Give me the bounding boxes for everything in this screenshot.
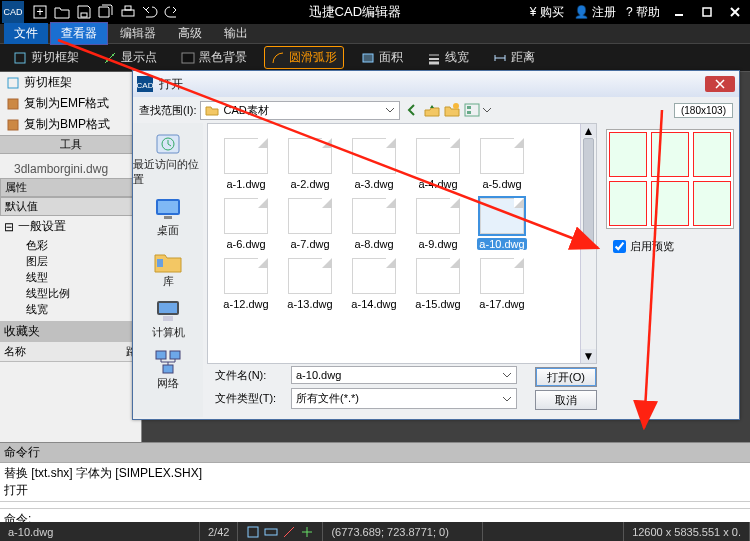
svg-rect-33: [157, 259, 163, 267]
scroll-thumb[interactable]: [583, 138, 594, 248]
model-item[interactable]: 3dlamborgini.dwg: [0, 160, 141, 178]
view-menu-icon[interactable]: [464, 102, 492, 118]
file-item[interactable]: a-6.dwg: [215, 198, 277, 250]
file-item[interactable]: a-1.dwg: [215, 138, 277, 190]
filetype-combo[interactable]: 所有文件(*.*): [291, 388, 517, 409]
file-item[interactable]: a-8.dwg: [343, 198, 405, 250]
tool-show-points[interactable]: 显示点: [96, 46, 164, 69]
place-network[interactable]: 网络: [153, 348, 183, 391]
prop-linetype[interactable]: 线型: [0, 269, 141, 285]
svg-rect-42: [248, 527, 258, 537]
tool-distance[interactable]: 距离: [486, 46, 542, 69]
dialog-close-button[interactable]: [705, 76, 735, 92]
place-desktop[interactable]: 桌面: [153, 195, 183, 238]
redo-icon[interactable]: [164, 4, 180, 20]
print-icon[interactable]: [120, 4, 136, 20]
scroll-down-icon[interactable]: ▼: [581, 349, 596, 363]
svg-rect-7: [15, 53, 25, 63]
preview-dimensions: (180x103): [674, 103, 733, 118]
quick-access-toolbar: +: [32, 4, 180, 20]
file-item[interactable]: a-14.dwg: [343, 258, 405, 310]
file-name: a-3.dwg: [354, 178, 393, 190]
save-icon[interactable]: [76, 4, 92, 20]
back-icon[interactable]: [404, 102, 420, 118]
help-link[interactable]: ? 帮助: [626, 4, 660, 21]
util-copy-emf[interactable]: 复制为EMF格式: [0, 93, 141, 114]
file-item[interactable]: a-15.dwg: [407, 258, 469, 310]
new-icon[interactable]: +: [32, 4, 48, 20]
menu-output[interactable]: 输出: [214, 23, 258, 44]
menu-editor[interactable]: 编辑器: [110, 23, 166, 44]
titlebar: CAD + 迅捷CAD编辑器 ¥ 购买 👤 注册 ? 帮助: [0, 0, 750, 24]
file-thumb-icon: [352, 198, 396, 234]
place-computer[interactable]: 计算机: [152, 297, 185, 340]
status-toggle-group[interactable]: [238, 522, 323, 541]
file-name: a-5.dwg: [482, 178, 521, 190]
tool-smooth-arc[interactable]: 圆滑弧形: [264, 46, 344, 69]
tool-crop-frame[interactable]: 剪切框架: [6, 46, 86, 69]
file-thumb-icon: [288, 198, 332, 234]
prop-ltscale[interactable]: 线型比例: [0, 285, 141, 301]
place-library[interactable]: 库: [153, 246, 183, 289]
file-item[interactable]: a-10.dwg: [471, 198, 533, 250]
chevron-down-icon: [502, 394, 512, 404]
file-item[interactable]: a-2.dwg: [279, 138, 341, 190]
scroll-up-icon[interactable]: ▲: [581, 124, 596, 138]
file-name: a-8.dwg: [354, 238, 393, 250]
defaults-header: 默认值: [0, 197, 141, 216]
file-name: a-17.dwg: [479, 298, 524, 310]
svg-rect-4: [125, 6, 131, 10]
status-extents: 12600 x 5835.551 x 0.: [624, 522, 750, 541]
menu-file[interactable]: 文件: [4, 23, 48, 44]
undo-icon[interactable]: [142, 4, 158, 20]
file-item[interactable]: a-17.dwg: [471, 258, 533, 310]
enable-preview-input[interactable]: [613, 240, 626, 253]
close-button[interactable]: [726, 5, 744, 19]
prop-layer[interactable]: 图层: [0, 253, 141, 269]
saveall-icon[interactable]: [98, 4, 114, 20]
enable-preview-label: 启用预览: [630, 239, 674, 254]
open-icon[interactable]: [54, 4, 70, 20]
file-thumb-icon: [288, 258, 332, 294]
file-listview[interactable]: a-1.dwga-2.dwga-3.dwga-4.dwga-5.dwga-6.d…: [207, 123, 597, 364]
buy-link[interactable]: ¥ 购买: [530, 4, 564, 21]
file-item[interactable]: a-13.dwg: [279, 258, 341, 310]
dialog-titlebar[interactable]: CAD 打开: [133, 71, 739, 97]
file-item[interactable]: a-12.dwg: [215, 258, 277, 310]
minimize-button[interactable]: [670, 5, 688, 19]
tool-area[interactable]: 面积: [354, 46, 410, 69]
look-in-combo[interactable]: CAD素材: [200, 101, 400, 120]
prop-color[interactable]: 色彩: [0, 237, 141, 253]
util-crop-frame[interactable]: 剪切框架: [0, 72, 141, 93]
file-name: a-2.dwg: [290, 178, 329, 190]
cancel-button[interactable]: 取消: [535, 390, 597, 410]
general-header[interactable]: ⊟ 一般设置: [0, 216, 141, 237]
file-item[interactable]: a-4.dwg: [407, 138, 469, 190]
file-thumb-icon: [416, 138, 460, 174]
menu-viewer[interactable]: 查看器: [50, 22, 108, 45]
util-copy-bmp[interactable]: 复制为BMP格式: [0, 114, 141, 135]
app-icon: CAD: [2, 1, 24, 23]
file-item[interactable]: a-9.dwg: [407, 198, 469, 250]
open-button[interactable]: 打开(O): [535, 367, 597, 387]
up-icon[interactable]: [424, 102, 440, 118]
props-header: 属性: [0, 178, 141, 197]
prop-lineweight[interactable]: 线宽: [0, 301, 141, 317]
tool-black-bg[interactable]: 黑色背景: [174, 46, 254, 69]
menu-advanced[interactable]: 高级: [168, 23, 212, 44]
file-item[interactable]: a-3.dwg: [343, 138, 405, 190]
maximize-button[interactable]: [698, 5, 716, 19]
tool-lineweight[interactable]: 线宽: [420, 46, 476, 69]
register-link[interactable]: 👤 注册: [574, 4, 616, 21]
filename-combo[interactable]: a-10.dwg: [291, 366, 517, 384]
enable-preview-checkbox[interactable]: 启用预览: [613, 239, 674, 254]
new-folder-icon[interactable]: [444, 102, 460, 118]
file-name: a-7.dwg: [290, 238, 329, 250]
file-item[interactable]: a-7.dwg: [279, 198, 341, 250]
titlebar-right: ¥ 购买 👤 注册 ? 帮助: [530, 4, 744, 21]
file-scrollbar[interactable]: ▲ ▼: [580, 124, 596, 363]
place-recent[interactable]: 最近访问的位置: [133, 129, 203, 187]
file-item[interactable]: a-5.dwg: [471, 138, 533, 190]
toolbar: 剪切框架 显示点 黑色背景 圆滑弧形 面积 线宽 距离: [0, 44, 750, 72]
svg-rect-6: [703, 8, 711, 16]
